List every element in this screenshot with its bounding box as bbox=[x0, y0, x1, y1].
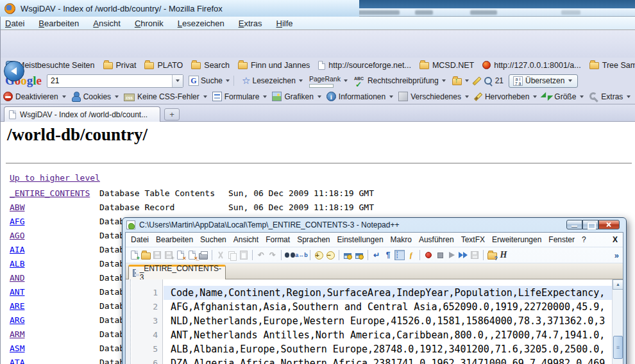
sync-horizontal-icon[interactable] bbox=[353, 250, 365, 261]
menu-datei[interactable]: Datei bbox=[5, 19, 24, 28]
editor-area[interactable]: 1Code,Name,Continent,Region,SurfaceArea,… bbox=[126, 279, 623, 364]
scrollbar-thumb[interactable]: ≡ bbox=[613, 336, 623, 359]
run-macro-multiple-icon[interactable] bbox=[457, 250, 469, 261]
np-menu-ausfuehren[interactable]: Ausführen bbox=[419, 235, 454, 244]
play-macro-icon[interactable] bbox=[446, 250, 457, 261]
indent-guide-icon[interactable]: ┆ bbox=[394, 250, 405, 261]
record-link-ant[interactable]: ANT bbox=[10, 287, 24, 297]
highlighter-button[interactable] bbox=[475, 76, 478, 86]
webdev-verschiedenes[interactable]: Verschiedenes bbox=[398, 92, 470, 101]
find-icon[interactable] bbox=[284, 250, 296, 261]
menu-chronik[interactable]: Chronik bbox=[135, 19, 164, 28]
record-link-ago[interactable]: AGO bbox=[10, 231, 24, 240]
close-button[interactable] bbox=[598, 220, 620, 229]
record-link-asm[interactable]: ASM bbox=[10, 343, 24, 353]
menu-extras[interactable]: Extras bbox=[239, 19, 262, 28]
entire-contents-link[interactable]: _ENTIRE_CONTENTS bbox=[10, 188, 90, 198]
find-count-indicator[interactable]: 21 bbox=[484, 76, 504, 86]
webdev-formulare[interactable]: Formulare bbox=[212, 92, 269, 101]
np-menu-datei[interactable]: Datei bbox=[131, 235, 149, 244]
record-link-alb[interactable]: ALB bbox=[10, 259, 24, 269]
redo-icon[interactable]: ↷ bbox=[267, 250, 278, 261]
close-all-icon[interactable]: ×̲ bbox=[186, 250, 198, 261]
pagerank-widget[interactable]: PageRank bbox=[309, 74, 349, 88]
record-link-afg[interactable]: AFG bbox=[10, 217, 24, 226]
zoom-out-icon[interactable]: − bbox=[325, 250, 336, 261]
np-menu-textfx[interactable]: TextFX bbox=[461, 235, 485, 244]
new-file-icon[interactable]: + bbox=[128, 250, 140, 261]
tab-entire-contents-3[interactable]: _ENTIRE_CONTENTS-3 bbox=[128, 265, 226, 279]
new-tab-button[interactable]: + bbox=[164, 108, 180, 120]
bookmark-privat[interactable]: Privat bbox=[101, 60, 139, 70]
menu-hilfe[interactable]: Hilfe bbox=[276, 19, 293, 28]
google-search-button[interactable]: GSuche bbox=[189, 76, 231, 86]
np-menu-bearbeiten[interactable]: Bearbeiten bbox=[156, 235, 193, 244]
function-hint-icon[interactable]: ƒ bbox=[405, 250, 417, 261]
record-link-ata[interactable]: ATA bbox=[10, 358, 24, 364]
record-link-are[interactable]: ARE bbox=[10, 301, 24, 311]
editor-scrollbar[interactable]: ▲ ≡ bbox=[612, 279, 623, 364]
record-link-and[interactable]: AND bbox=[10, 273, 24, 283]
menu-ansicht[interactable]: Ansicht bbox=[93, 19, 121, 28]
np-menu-help[interactable]: ? bbox=[582, 235, 586, 244]
word-wrap-icon[interactable]: ↵ bbox=[371, 250, 382, 261]
undo-icon[interactable]: ↶ bbox=[255, 250, 267, 261]
replace-icon[interactable]: a↔b bbox=[296, 250, 307, 261]
webdev-cookies[interactable]: Cookies bbox=[71, 92, 120, 101]
spellcheck-button[interactable]: ABC✓Rechtschreibprüfung bbox=[354, 76, 447, 86]
save-all-icon[interactable]: + bbox=[163, 250, 174, 261]
google-search-box[interactable] bbox=[47, 74, 183, 88]
print-icon[interactable] bbox=[198, 250, 209, 261]
np-menu-erweiterungen[interactable]: Erweiterungen bbox=[492, 235, 541, 244]
record-link-aia[interactable]: AIA bbox=[10, 245, 24, 254]
record-link-abw[interactable]: ABW bbox=[10, 203, 24, 212]
np-menu-close-document[interactable]: X bbox=[613, 235, 618, 244]
html-tools-icon[interactable]: H bbox=[498, 250, 509, 261]
np-menu-sprachen[interactable]: Sprachen bbox=[297, 235, 330, 244]
bookmark-mcsd-net[interactable]: MCSD.NET bbox=[418, 60, 476, 70]
save-icon[interactable] bbox=[151, 250, 163, 261]
np-menu-makro[interactable]: Makro bbox=[391, 235, 412, 244]
np-menu-einstellungen[interactable]: Einstellungen bbox=[337, 235, 384, 244]
copy-icon[interactable] bbox=[226, 250, 238, 261]
np-menu-format[interactable]: Format bbox=[266, 235, 290, 244]
search-history-dropdown[interactable] bbox=[172, 75, 183, 87]
translate-button[interactable]: a í7 äÜbersetzen bbox=[509, 74, 578, 88]
menu-lesezeichen[interactable]: Lesezeichen bbox=[178, 19, 224, 28]
bookmark-plato[interactable]: PLATO bbox=[142, 60, 185, 70]
doc-switcher-icon[interactable]: ? bbox=[486, 250, 498, 261]
paste-icon[interactable] bbox=[238, 250, 250, 261]
bookmark-finn-und-jannes[interactable]: Finn und Jannes bbox=[236, 60, 312, 70]
notepad-titlebar[interactable]: C:\Users\Martin\AppData\Local\Temp\_ENTI… bbox=[125, 218, 623, 232]
sync-vertical-icon[interactable] bbox=[342, 250, 353, 261]
zoom-in-icon[interactable]: + bbox=[313, 250, 325, 261]
bookmark-sourceforge[interactable]: http://sourceforge.net... bbox=[316, 60, 413, 70]
webdev-groesse[interactable]: Größe bbox=[542, 92, 585, 101]
menu-bearbeiten[interactable]: Bearbeiten bbox=[38, 19, 79, 28]
tab-wsgidav[interactable]: WsgiDAV - Index of /world-db/count... bbox=[4, 106, 160, 122]
webdev-grafiken[interactable]: Grafiken bbox=[272, 92, 322, 101]
toolbar-overflow-icon[interactable]: » bbox=[614, 251, 620, 260]
minimize-button[interactable] bbox=[566, 220, 582, 229]
send-to-button[interactable]: ↑ bbox=[452, 77, 470, 85]
cut-icon[interactable] bbox=[215, 250, 226, 261]
show-symbols-icon[interactable]: ¶ bbox=[382, 250, 394, 261]
back-button[interactable] bbox=[4, 61, 24, 81]
webdev-informationen[interactable]: iInformationen bbox=[326, 92, 394, 101]
record-link-arm[interactable]: ARM bbox=[10, 329, 24, 339]
bookmark-127-0-0-1-8001[interactable]: http://127.0.0.1:8001/a... bbox=[480, 60, 583, 70]
record-link-arg[interactable]: ARG bbox=[10, 315, 24, 325]
webdev-extras[interactable]: Extras bbox=[589, 92, 632, 101]
np-menu-fenster[interactable]: Fenster bbox=[548, 235, 575, 244]
maximize-button[interactable] bbox=[582, 220, 598, 229]
save-macro-icon[interactable] bbox=[469, 250, 480, 261]
np-menu-suchen[interactable]: Suchen bbox=[200, 235, 226, 244]
record-macro-icon[interactable] bbox=[423, 250, 434, 261]
google-bookmarks-button[interactable]: ☆Lesezeichen bbox=[242, 76, 304, 85]
open-file-icon[interactable] bbox=[140, 250, 151, 261]
webdev-hervorheben[interactable]: Hervorheben bbox=[474, 92, 538, 101]
google-search-input[interactable] bbox=[47, 76, 172, 85]
webdev-deaktivieren[interactable]: Deaktivieren bbox=[3, 92, 67, 101]
bookmark-tree-samples[interactable]: Tree Samples bbox=[588, 60, 635, 70]
scroll-up-icon[interactable]: ▲ bbox=[613, 279, 623, 290]
